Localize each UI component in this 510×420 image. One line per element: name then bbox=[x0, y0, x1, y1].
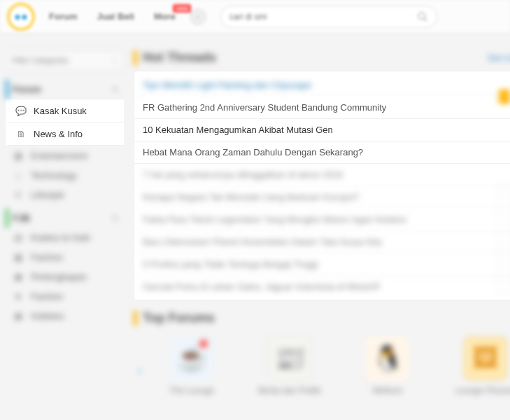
grid-icon: ▦ bbox=[13, 251, 24, 262]
sidebar-header-forum[interactable]: Forum ▾ bbox=[6, 80, 124, 99]
thread-row[interactable]: 7 hal yang seharusnya ditinggalkan di ta… bbox=[134, 164, 510, 186]
thread-row[interactable]: Kenapa Negara Tak Menolak Uang Bantuan K… bbox=[134, 186, 510, 209]
sidebar-item-label: Lifestyle bbox=[31, 190, 64, 200]
sidebar-item-label: Technology bbox=[31, 170, 77, 181]
forum-label: Lounge Pictures bbox=[455, 386, 510, 396]
forum-label: Welkom bbox=[372, 386, 402, 396]
star-icon: ★ bbox=[13, 290, 24, 302]
sidebar-item[interactable]: ▦ Fashion bbox=[6, 247, 124, 267]
sidebar-item-label: Hobbies bbox=[31, 311, 64, 321]
sidebar-item[interactable]: ▣ Hobbies bbox=[6, 306, 124, 326]
thread-row[interactable]: 10 Kekuatan Mengagumkan Akibat Mutasi Ge… bbox=[134, 119, 510, 141]
top-forum-item[interactable]: ☕ The Lounge bbox=[153, 337, 230, 396]
sidebar-header-label: Forum bbox=[13, 84, 41, 94]
box-icon: ▣ bbox=[13, 271, 24, 282]
forum-icon: 🖼 bbox=[464, 337, 507, 380]
thread-row[interactable]: Garuda Putra di Lahan Gatra, Jaguar Indo… bbox=[134, 276, 510, 298]
search-icon[interactable] bbox=[417, 11, 428, 22]
filter-icon: ⌕ bbox=[113, 56, 118, 64]
thread-row[interactable]: Hebat Mana Orang Zaman Dahulu Dengan Sek… bbox=[134, 141, 510, 164]
forum-label: The Lounge bbox=[169, 386, 214, 396]
thread-row[interactable]: 5 Profesi yang Tidak Terduga Bergaji Tin… bbox=[134, 253, 510, 276]
svg-point-0 bbox=[418, 13, 425, 19]
sidebar-item-label: Fashion bbox=[31, 252, 63, 262]
technology-icon: ⌂ bbox=[13, 169, 24, 181]
sidebar-item-label: Fashion bbox=[31, 291, 63, 302]
chat-icon: 💬 bbox=[15, 105, 27, 116]
sidebar-header-fjb[interactable]: FJB ▾ bbox=[6, 209, 124, 227]
sidebar-filter[interactable]: ⌕ bbox=[6, 50, 124, 70]
sidebar-item-label: News & Info bbox=[34, 129, 83, 139]
top-forums-title: Top Forums bbox=[143, 311, 215, 326]
news-icon: 🗎 bbox=[15, 128, 27, 139]
sidebar-filter-input[interactable] bbox=[12, 56, 108, 64]
forum-icon: 📰 bbox=[268, 337, 311, 380]
sidebar-item-label: Entertainment bbox=[31, 150, 87, 161]
sidebar-item[interactable]: ☀ Lifestyle bbox=[6, 185, 124, 204]
thread-row[interactable]: Fakta Para Tokoh Legendaris Yang Mungkin… bbox=[134, 209, 510, 231]
camera-icon: ▣ bbox=[13, 310, 24, 321]
carousel-left-icon[interactable]: ‹ bbox=[138, 365, 149, 376]
sidebar-item-kasak-kusuk[interactable]: 💬 Kasak Kusuk bbox=[6, 99, 124, 122]
sidebar-item-label: Kasak Kusuk bbox=[34, 106, 87, 116]
lifestyle-icon: ☀ bbox=[13, 189, 24, 200]
nav-link-more[interactable]: More new bbox=[154, 11, 176, 22]
sidebar-item-label: Perlengkapan bbox=[31, 272, 87, 282]
entertainment-icon: ▦ bbox=[13, 150, 24, 161]
top-forum-item[interactable]: 🐧 Welkom bbox=[349, 337, 426, 396]
hot-threads-title: Hot Threads bbox=[143, 50, 216, 65]
search-box[interactable] bbox=[220, 6, 437, 28]
sidebar-item-news[interactable]: 🗎 News & Info bbox=[6, 122, 124, 146]
svg-line-1 bbox=[424, 18, 427, 21]
forum-label: Berita dan Politik bbox=[258, 386, 321, 396]
sidebar-item-label: Koleksi & Hobi bbox=[31, 232, 90, 243]
nav-separator-icon: ◦ bbox=[190, 8, 206, 25]
sidebar-header-label: FJB bbox=[13, 213, 30, 223]
forum-icon: 🐧 bbox=[366, 337, 409, 380]
see-more-link[interactable]: See more bbox=[488, 53, 510, 63]
hot-threads-header: Hot Threads See more bbox=[134, 50, 510, 65]
thread-row[interactable]: FR Gathering 2nd Anniversary Student Ban… bbox=[134, 97, 510, 119]
top-forums-carousel: ‹ ☕ The Lounge 📰 Berita dan Politik 🐧 We… bbox=[134, 337, 510, 396]
top-forum-item[interactable]: 📰 Berita dan Politik bbox=[251, 337, 328, 396]
logo-text: ●● bbox=[14, 10, 27, 23]
chevron-down-icon: ▾ bbox=[113, 214, 117, 222]
bag-icon: ▤ bbox=[13, 232, 24, 243]
top-forum-item[interactable]: 🖼 Lounge Pictures bbox=[447, 337, 510, 396]
sidebar-item[interactable]: ▣ Perlengkapan bbox=[6, 267, 124, 286]
thread-row[interactable]: Baru Ditemukan! Planet Kesembilan Dalam … bbox=[134, 231, 510, 253]
top-forums-header: Top Forums bbox=[134, 311, 510, 326]
nav-link-more-label: More bbox=[154, 11, 176, 22]
hot-threads-list: Tips Memilih Light Painting dan Cityscap… bbox=[134, 71, 510, 301]
nav-link-forum[interactable]: Forum bbox=[49, 11, 77, 22]
forum-icon: ☕ bbox=[170, 337, 213, 380]
thread-row[interactable]: Tips Memilih Light Painting dan Cityscap… bbox=[134, 74, 510, 97]
sidebar-item[interactable]: ★ Fashion bbox=[6, 286, 124, 306]
sidebar-item[interactable]: ⌂ Technology bbox=[6, 165, 124, 185]
nav-badge-new: new bbox=[173, 4, 191, 13]
sidebar-item[interactable]: ▤ Koleksi & Hobi bbox=[6, 227, 124, 247]
search-input[interactable] bbox=[229, 12, 417, 22]
nav-link-jualbeli[interactable]: Jual Beli bbox=[97, 11, 134, 22]
chevron-down-icon: ▾ bbox=[113, 85, 117, 93]
sidebar-item[interactable]: ▦ Entertainment bbox=[6, 146, 124, 165]
site-logo[interactable]: ●● bbox=[7, 3, 35, 31]
